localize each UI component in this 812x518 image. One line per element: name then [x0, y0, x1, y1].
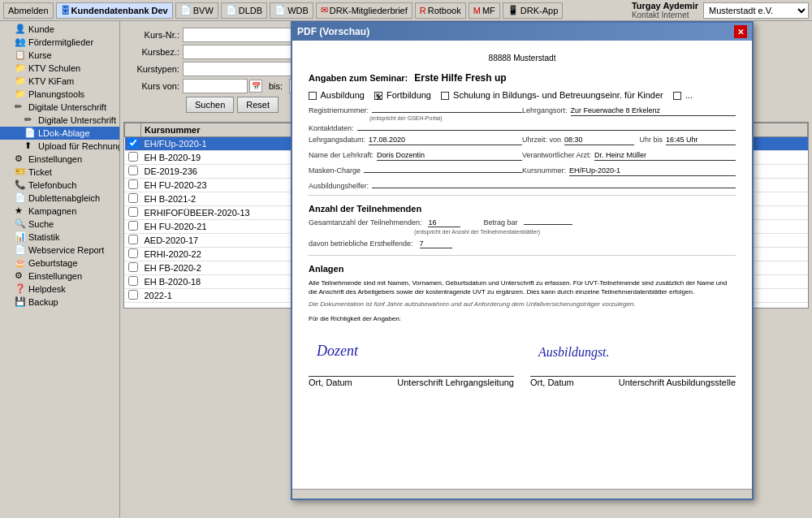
star-icon: ★ [15, 205, 26, 217]
lehrgangsdatum-label: Lehrgangsdatum: [309, 136, 365, 144]
pdf-close-button[interactable]: ✕ [734, 25, 747, 38]
row-checkbox-cell [125, 275, 141, 289]
sidebar-item-ticket[interactable]: 🎫 Ticket [0, 166, 119, 179]
sidebar-item-kurse[interactable]: 📋 Kurse [0, 49, 119, 62]
kurs-von-input[interactable] [183, 79, 248, 93]
mf-icon: M [473, 6, 481, 15]
sidebar-item-dublettenabgleich[interactable]: 📄 Dublettenabgleich [0, 192, 119, 205]
kontaktdaten-row: Kontaktdaten: [309, 124, 736, 132]
checkbox-extra: ... [673, 90, 693, 100]
uhrzeit-label: Uhrzeit: von [522, 136, 561, 144]
ausbildungshelfer-label: Ausbildungshelfer: [309, 182, 369, 190]
org-select[interactable]: Musterstadt e.V. [703, 2, 809, 19]
pdf-anlagen-text2: Die Dokumentation ist fünf Jahre aufzube… [309, 300, 736, 309]
sidebar-item-ktv-schulen[interactable]: 📁 KTV Schulen [0, 62, 119, 75]
verantwortlicher-label: Verantwortlicher Arzt: [522, 151, 591, 159]
betrag-bar-label: Betrag bar [483, 218, 517, 227]
sidebar-item-geburtstage[interactable]: 🎂 Geburtstage [0, 257, 119, 270]
pdf-sig2-label1: Ort, Datum [530, 378, 574, 387]
drk-mitgliederbrief-button[interactable]: ✉ DRK-Mitgliederbrief [316, 2, 412, 19]
row-checkbox[interactable] [128, 276, 138, 286]
name-lehrkraft-label: Name der Lehrkraft: [309, 151, 374, 159]
sidebar-item-foerdermitglieder[interactable]: 👥 Fördermitglieder [0, 36, 119, 49]
sidebar-item-kunde[interactable]: 👤 Kunde [0, 23, 119, 36]
kurs-von-label: Kurs von: [127, 81, 179, 91]
folder-icon: 📁 [15, 63, 26, 74]
sidebar-item-statistik[interactable]: 📊 Statistik [0, 231, 119, 244]
row-checkbox[interactable] [128, 262, 138, 272]
sidebar-item-digitale-unterschrift-sub[interactable]: ✏ Digitale Unterschrift [0, 114, 119, 127]
reset-button[interactable]: Reset [237, 97, 279, 113]
pdf-seminar-title-row: Angaben zum Seminar: Erste Hilfe Fresh u… [309, 72, 736, 84]
pdf-title: PDF (Vorschau) [297, 26, 369, 37]
kontaktdaten-value [357, 129, 736, 131]
wdb-button[interactable]: 📄 WDB [270, 2, 313, 19]
kurstypen-label: Kurstypen: [127, 64, 179, 74]
search-icon: 🔍 [15, 218, 26, 230]
row-checkbox-cell [125, 289, 141, 303]
pdf-masken-kurs-row: Masken-Charge Kursnummer: EH/FUp-2020-1 [309, 166, 736, 179]
row-checkbox[interactable] [128, 290, 138, 300]
sidebar: 👤 Kunde 👥 Fördermitglieder 📋 Kurse 📁 KTV… [0, 21, 120, 518]
sidebar-item-digitale-unterschrift[interactable]: ✏ Digitale Unterschrift [0, 101, 119, 114]
mf-button[interactable]: M MF [469, 2, 500, 19]
wdb-icon: 📄 [274, 5, 286, 15]
col-header-checkbox [125, 123, 141, 137]
sidebar-item-helpdesk[interactable]: ❓ Helpdesk [0, 283, 119, 296]
gesamtanzahl-value: 16 [428, 218, 460, 227]
pdf-seminar-name: Erste Hilfe Fresh up [414, 72, 506, 84]
sidebar-item-upload-rechnungen[interactable]: ⬆ Upload für Rechnungen [0, 140, 119, 153]
doc-icon: 📄 [15, 192, 26, 204]
sidebar-item-webservice-report[interactable]: 📄 Webservice Report [0, 244, 119, 257]
kundendatenbank-button[interactable]: 🗄 Kundendatenbank Dev [56, 2, 173, 19]
drk-app-button[interactable]: 📱 DRK-App [503, 2, 563, 19]
pdf-title-bar: PDF (Vorschau) ✕ [292, 23, 752, 41]
sidebar-item-einstellungen2[interactable]: ⚙ Einstellungen [0, 270, 119, 283]
checkbox-fortbildung: ✕ Fortbildung [374, 90, 431, 100]
mail-icon: ✉ [321, 5, 328, 15]
sidebar-item-planungstools[interactable]: 📁 Planungstools [0, 88, 119, 101]
ausbildungshelfer-row: Ausbildungshelfer: [309, 182, 736, 190]
sidebar-item-kampagnen[interactable]: ★ Kampagnen [0, 205, 119, 218]
row-checkbox[interactable] [128, 152, 138, 162]
kurs-von-group: 📅 [183, 79, 262, 93]
sidebar-item-einstellungen[interactable]: ⚙ Einstellungen [0, 153, 119, 166]
row-checkbox-cell [125, 248, 141, 261]
phone-icon: 📞 [15, 179, 26, 191]
row-checkbox-cell [125, 151, 141, 165]
suchen-button[interactable]: Suchen [186, 97, 234, 113]
checkbox-ausbildung: Ausbildung [309, 90, 365, 100]
row-checkbox-cell [125, 137, 141, 151]
sidebar-item-backup[interactable]: 💾 Backup [0, 296, 119, 309]
row-checkbox[interactable] [128, 138, 138, 148]
row-checkbox[interactable] [128, 166, 138, 175]
row-checkbox[interactable] [128, 179, 138, 189]
dldb-button[interactable]: 📄 DLDB [221, 2, 267, 19]
pdf-preview: PDF (Vorschau) ✕ 88888 Musterstadt Angab… [291, 21, 754, 500]
sidebar-item-suche[interactable]: 🔍 Suche [0, 218, 119, 231]
rotbook-button[interactable]: R Rotbook [415, 2, 466, 19]
row-checkbox[interactable] [128, 221, 138, 231]
row-checkbox[interactable] [128, 193, 138, 203]
doc-icon: 📋 [15, 50, 26, 61]
pdf-sig1-line: Ort, Datum Unterschrift Lehrgangsleitung [309, 376, 514, 387]
bvw-button[interactable]: 📄 BVW [175, 2, 218, 19]
upload-icon: ⬆ [24, 140, 36, 152]
sidebar-item-ktv-kifam[interactable]: 📁 KTV KiFam [0, 75, 119, 88]
gear-icon: ⚙ [15, 270, 26, 282]
folder-icon: 📁 [15, 76, 26, 87]
row-checkbox[interactable] [128, 207, 138, 217]
gesamtanzahl-hint: (entspricht der Anzahl der Teilnehmerdat… [414, 229, 736, 235]
backup-icon: 💾 [15, 296, 26, 308]
row-checkbox-cell [125, 234, 141, 248]
kurs-von-calendar-button[interactable]: 📅 [249, 80, 262, 93]
row-checkbox[interactable] [128, 235, 138, 244]
pdf-section-angaben: Angaben zum Seminar: [309, 73, 408, 83]
pdf-sig1-label2: Unterschrift Lehrgangsleitung [397, 378, 514, 387]
drk-app-icon: 📱 [508, 5, 519, 15]
pdf-sig2: Ausbildungst. [530, 331, 736, 360]
row-checkbox[interactable] [128, 248, 138, 258]
abmelden-button[interactable]: Abmelden [3, 2, 54, 19]
sidebar-item-telefonbuch[interactable]: 📞 Telefonbuch [0, 179, 119, 192]
sidebar-item-ldok-ablage[interactable]: 📄 LDok-Ablage [0, 127, 119, 140]
